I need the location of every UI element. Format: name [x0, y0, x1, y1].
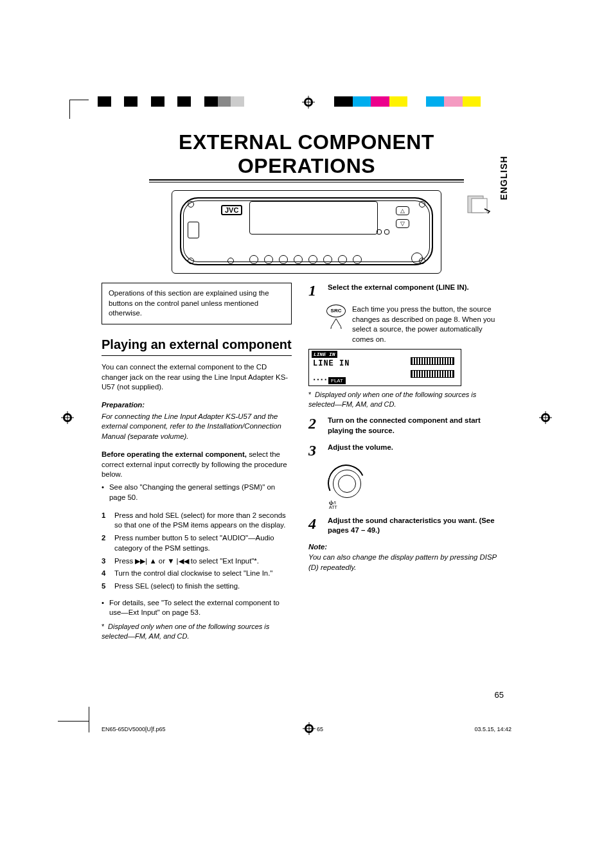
step1-body: Each time you press the button, the sour… — [352, 305, 499, 345]
step-number: 1 — [308, 283, 321, 298]
section-rule — [102, 355, 292, 356]
registration-mark-left — [61, 411, 74, 427]
note-body: You can also change the display pattern … — [308, 553, 499, 572]
footer-filename: EN65-65DV5000[U]f.p65 — [102, 726, 166, 732]
footer-page: 65 — [317, 726, 323, 732]
preparation-body: For connecting the Line Input Adapter KS… — [102, 412, 292, 442]
language-tab: ENGLISH — [498, 155, 508, 200]
title-rule — [149, 179, 464, 181]
print-footer: EN65-65DV5000[U]f.p65 65 03.5.15, 14:42 — [102, 726, 511, 732]
device-display — [249, 201, 378, 235]
bullet-item: For details, see "To select the external… — [109, 598, 292, 618]
before-operating: Before operating the external component,… — [102, 450, 292, 480]
intro-note-box: Operations of this section are explained… — [102, 283, 292, 324]
step2-heading: Turn on the connected component and star… — [328, 416, 499, 436]
crop-mark — [89, 707, 89, 732]
list-item: 4Turn the control dial clockwise to sele… — [102, 569, 292, 579]
display-figure: LINE IN LINE IN ▪▪▪▪▪ FLAT — [308, 349, 461, 386]
step4-heading: Adjust the sound characteristics you wan… — [328, 516, 499, 536]
footnote: *Displayed only when one of the followin… — [102, 622, 292, 641]
crop-mark — [58, 710, 89, 722]
footnote: *Displayed only when one of the followin… — [308, 390, 499, 409]
footer-timestamp: 03.5.15, 14:42 — [474, 726, 511, 732]
body-text: You can connect the external component t… — [102, 362, 292, 393]
src-button-figure: SRC — [326, 305, 346, 332]
list-item: 5Press SEL (select) to finish the settin… — [102, 581, 292, 592]
bullet-item: See also "Changing the general settings … — [109, 483, 292, 502]
printer-color-bar-left — [98, 96, 244, 107]
registration-mark-top — [302, 96, 315, 109]
crop-mark — [69, 100, 89, 119]
page-title: EXTERNAL COMPONENT OPERATIONS — [149, 130, 464, 178]
step-number: 3 — [308, 443, 321, 458]
list-item: 2Press number button 5 to select "AUDIO"… — [102, 533, 292, 553]
step1-heading: Select the external component (LINE IN). — [328, 283, 499, 293]
page-number: 65 — [495, 690, 504, 700]
step3-heading: Adjust the volume. — [328, 443, 499, 453]
before-heading: Before operating the external component, — [102, 450, 247, 458]
device-front-panel-figure: JVC △ ▽ — [172, 190, 441, 274]
step-number: 4 — [308, 516, 321, 536]
volume-dial-figure: ⏻/IATT — [326, 465, 371, 509]
device-logo: JVC — [221, 205, 242, 215]
note-heading: Note: — [308, 542, 499, 553]
section-heading: Playing an external component — [102, 336, 292, 354]
step-number: 2 — [308, 416, 321, 436]
list-item: 1Press and hold SEL (select) for more th… — [102, 511, 292, 531]
registration-mark-right — [539, 411, 552, 427]
list-item: 3 Press ▶▶| ▲ or ▼ |◀◀ to select "Ext In… — [102, 556, 292, 567]
title-rule-thin — [149, 182, 464, 182]
preparation-heading: Preparation: — [102, 400, 292, 411]
printer-color-bar-right — [334, 96, 481, 107]
page-icon — [464, 193, 492, 218]
svg-rect-17 — [472, 199, 487, 213]
